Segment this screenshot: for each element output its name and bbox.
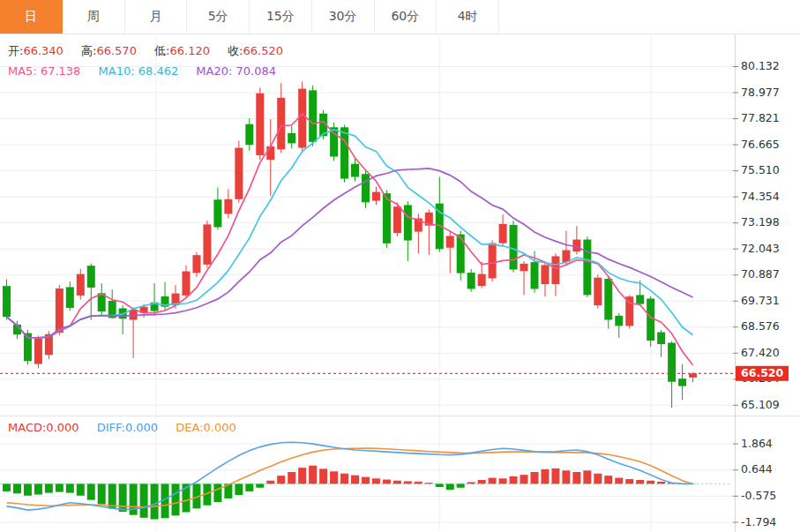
- tab-timeframe-5[interactable]: 30分: [312, 0, 375, 34]
- macd-hist-bar: [130, 483, 138, 514]
- candle-body: [372, 192, 380, 201]
- candle-body: [594, 278, 602, 305]
- candle-body: [446, 236, 454, 247]
- macd-hist-bar: [393, 481, 401, 484]
- candle-body: [351, 164, 359, 177]
- macd-hist-bar: [119, 483, 127, 512]
- candle-body: [520, 264, 528, 271]
- macd-hist-bar: [172, 483, 180, 515]
- macd-hist-bar: [531, 472, 539, 483]
- macd-hist-bar: [383, 480, 391, 484]
- candle-body: [393, 206, 401, 233]
- macd-hist-bar: [657, 482, 665, 483]
- macd-label: MACD:: [8, 421, 46, 434]
- macd-hist-bar: [3, 483, 11, 491]
- candle-body: [541, 265, 549, 284]
- macd-hist-bar: [235, 483, 243, 495]
- macd-hist-bar: [457, 483, 465, 487]
- macd-value: 0.000: [46, 421, 79, 434]
- macd-hist-bar: [256, 483, 264, 487]
- macd-readout: MACD:0.000 DIFF:0.000 DEA:0.000: [8, 421, 250, 434]
- macd-hist-bar: [66, 483, 74, 492]
- candlestick-chart-canvas[interactable]: 80.13278.97777.82176.66575.51074.35473.1…: [0, 0, 800, 532]
- y-axis-label: 65.109: [741, 398, 780, 411]
- macd-hist-bar: [330, 471, 338, 483]
- macd-hist-bar: [245, 483, 253, 491]
- macd-hist-bar: [541, 469, 549, 484]
- candle-body: [288, 133, 295, 143]
- ma10-label: MA10:: [99, 64, 135, 78]
- macd-hist-bar: [520, 475, 528, 483]
- y-axis-label: 73.198: [741, 215, 780, 229]
- ma5-label: MA5:: [8, 64, 37, 78]
- macd-hist-bar: [510, 476, 518, 484]
- macd-hist-bar: [288, 472, 295, 483]
- macd-hist-bar: [309, 466, 317, 484]
- tab-timeframe-0[interactable]: 日: [0, 0, 63, 34]
- macd-hist-bar: [489, 478, 497, 484]
- close-value: 66.520: [243, 44, 283, 57]
- candle-body: [510, 225, 518, 270]
- open-value: 66.340: [23, 44, 64, 57]
- high-value: 66.570: [96, 44, 137, 57]
- tab-timeframe-1[interactable]: 周: [63, 0, 125, 34]
- macd-hist-bar: [647, 481, 654, 484]
- candle-body: [689, 373, 697, 378]
- y-axis-label: 0.644: [741, 462, 773, 476]
- candle-body: [34, 339, 42, 364]
- macd-hist-bar: [404, 481, 412, 483]
- macd-hist-bar: [213, 483, 221, 502]
- candle-body: [647, 298, 654, 341]
- ma10-value: 68.462: [138, 64, 179, 78]
- macd-hist-bar: [604, 476, 612, 483]
- diff-value: 0.000: [125, 421, 158, 434]
- y-axis-label: 67.420: [741, 346, 780, 359]
- candle-body: [362, 174, 370, 202]
- candle-body: [551, 256, 559, 284]
- y-axis-label: 75.510: [741, 163, 780, 176]
- candle-body: [615, 316, 623, 326]
- tab-timeframe-6[interactable]: 60分: [375, 0, 437, 34]
- candle-body: [203, 224, 211, 264]
- y-axis-label: 80.132: [741, 59, 780, 72]
- macd-hist-bar: [266, 481, 274, 484]
- macd-hist-bar: [594, 474, 602, 484]
- candle-body: [3, 286, 11, 317]
- macd-hist-bar: [362, 477, 370, 484]
- dea-value: 0.000: [204, 421, 236, 434]
- open-label: 开:: [8, 44, 23, 57]
- macd-hist-bar: [625, 479, 633, 483]
- macd-hist-bar: [319, 468, 327, 483]
- candle-body: [478, 274, 486, 287]
- high-label: 高:: [81, 44, 96, 57]
- low-value: 66.120: [169, 44, 210, 57]
- candle-body: [467, 273, 475, 288]
- tab-timeframe-3[interactable]: 5分: [187, 0, 250, 34]
- macd-hist-bar: [34, 483, 42, 494]
- candle-body: [66, 287, 74, 308]
- y-axis-label: 77.821: [741, 111, 780, 124]
- tab-timeframe-7[interactable]: 4时: [437, 0, 499, 34]
- macd-hist-bar: [87, 483, 95, 499]
- y-axis-label: 1.864: [741, 437, 773, 450]
- ohlc-readout: 开:66.340 高:66.570 低:66.120 收:66.520: [8, 43, 297, 59]
- macd-hist-bar: [277, 476, 285, 483]
- candle-body: [256, 94, 264, 155]
- macd-hist-bar: [298, 468, 306, 483]
- macd-hist-bar: [140, 483, 148, 517]
- macd-hist-bar: [436, 483, 444, 487]
- candle-body: [298, 89, 306, 148]
- candle-body: [636, 295, 644, 303]
- macd-hist-bar: [45, 483, 53, 492]
- candle-body: [56, 288, 64, 333]
- macd-hist-bar: [467, 482, 475, 483]
- tab-timeframe-4[interactable]: 15分: [250, 0, 312, 34]
- candle-body: [583, 240, 591, 296]
- y-axis-label: 70.887: [741, 267, 780, 281]
- candle-body: [182, 272, 190, 296]
- tab-timeframe-2[interactable]: 月: [125, 0, 188, 34]
- macd-hist-bar: [415, 482, 422, 483]
- candle-body: [192, 255, 200, 273]
- macd-hist-bar: [98, 483, 106, 504]
- timeframe-tabbar: 日周月5分15分30分60分4时: [0, 0, 800, 34]
